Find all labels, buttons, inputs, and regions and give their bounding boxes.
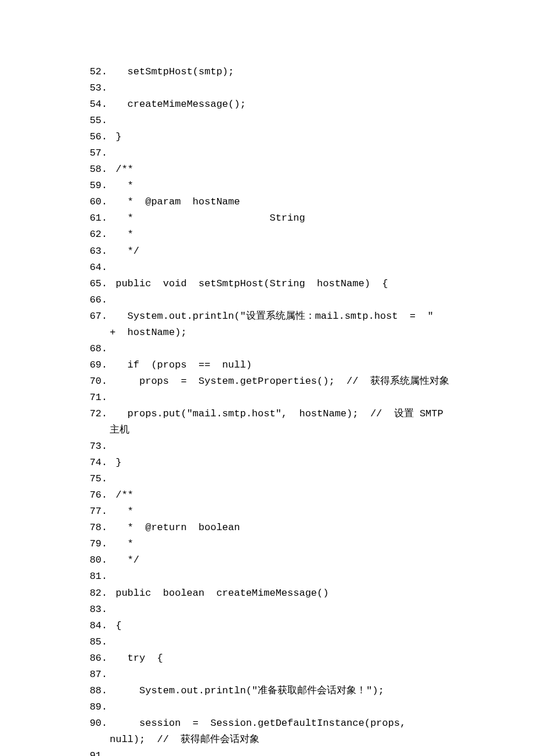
line-number: 84. — [84, 618, 110, 634]
line-number: 80. — [84, 552, 110, 568]
line-number: 52. — [84, 64, 110, 80]
line-number: 64. — [84, 260, 110, 276]
code-line: 77. * — [84, 503, 450, 520]
code-line: 86. try { — [84, 650, 450, 667]
line-content: * — [110, 536, 450, 552]
line-number: 76. — [84, 487, 110, 503]
code-line: 75. — [84, 471, 450, 487]
line-content: * String — [110, 210, 450, 226]
code-listing: 52. setSmtpHost(smtp); 53.54. createMime… — [84, 64, 450, 756]
code-line: 74. } — [84, 455, 450, 471]
code-line: 81. — [84, 568, 450, 585]
code-line: 66. — [84, 292, 450, 308]
line-number: 91. — [84, 748, 110, 756]
code-line: 59. * — [84, 178, 450, 194]
line-content: setSmtpHost(smtp); — [110, 64, 450, 80]
line-number: 87. — [84, 667, 110, 683]
line-number: 68. — [84, 341, 110, 357]
line-number: 56. — [84, 129, 110, 145]
line-content: /** — [110, 487, 450, 503]
line-number: 65. — [84, 276, 110, 292]
line-content: * — [110, 178, 450, 194]
line-number: 71. — [84, 390, 110, 406]
line-number: 82. — [84, 585, 110, 602]
line-content: public boolean createMimeMessage() — [110, 585, 450, 602]
line-number: 57. — [84, 145, 110, 161]
line-content: */ — [110, 243, 450, 260]
code-line: 76. /** — [84, 487, 450, 503]
code-line: 83. — [84, 602, 450, 618]
line-number: 69. — [84, 357, 110, 373]
line-number: 79. — [84, 536, 110, 552]
line-content: props.put("mail.smtp.host", hostName); /… — [110, 406, 450, 438]
line-number: 85. — [84, 634, 110, 650]
line-number: 78. — [84, 520, 110, 536]
line-content: } — [110, 455, 450, 471]
code-line: 89. — [84, 699, 450, 715]
line-number: 77. — [84, 503, 110, 520]
line-number: 73. — [84, 438, 110, 455]
code-line: 88. System.out.println("准备获取邮件会话对象！"); — [84, 683, 450, 699]
code-line: 55. — [84, 113, 450, 129]
line-number: 62. — [84, 226, 110, 243]
code-line: 91. — [84, 748, 450, 756]
line-number: 74. — [84, 455, 110, 471]
code-line: 64. — [84, 260, 450, 276]
line-number: 67. — [84, 308, 110, 325]
code-line: 78. * @return boolean — [84, 520, 450, 536]
line-content: System.out.println("设置系统属性：mail.smtp.hos… — [110, 308, 450, 341]
line-number: 70. — [84, 373, 110, 390]
line-number: 88. — [84, 683, 110, 699]
code-line: 87. — [84, 667, 450, 683]
line-content: * @return boolean — [110, 520, 450, 536]
line-number: 61. — [84, 210, 110, 226]
code-line: 71. — [84, 390, 450, 406]
code-line: 82. public boolean createMimeMessage() — [84, 585, 450, 602]
line-content: createMimeMessage(); — [110, 96, 450, 113]
code-line: 68. — [84, 341, 450, 357]
code-line: 67. System.out.println("设置系统属性：mail.smtp… — [84, 308, 450, 341]
code-line: 58. /** — [84, 161, 450, 178]
line-number: 86. — [84, 650, 110, 667]
line-content: session = Session.getDefaultInstance(pro… — [110, 715, 450, 748]
code-line: 85. — [84, 634, 450, 650]
line-content: * — [110, 503, 450, 520]
code-line: 69. if (props == null) — [84, 357, 450, 373]
line-number: 58. — [84, 161, 110, 178]
line-content: * @param hostName — [110, 194, 450, 210]
line-content: } — [110, 129, 450, 145]
code-line: 54. createMimeMessage(); — [84, 96, 450, 113]
line-number: 59. — [84, 178, 110, 194]
code-line: 73. — [84, 438, 450, 455]
code-line: 80. */ — [84, 552, 450, 568]
line-content: */ — [110, 552, 450, 568]
line-number: 89. — [84, 699, 110, 715]
code-line: 60. * @param hostName — [84, 194, 450, 210]
code-line: 65. public void setSmtpHost(String hostN… — [84, 276, 450, 292]
line-number: 54. — [84, 96, 110, 113]
line-content: try { — [110, 650, 450, 667]
code-line: 63. */ — [84, 243, 450, 260]
code-line: 61. * String — [84, 210, 450, 226]
line-number: 63. — [84, 243, 110, 260]
code-line: 53. — [84, 80, 450, 96]
line-content: * — [110, 226, 450, 243]
line-content: System.out.println("准备获取邮件会话对象！"); — [110, 683, 450, 699]
code-line: 79. * — [84, 536, 450, 552]
code-line: 52. setSmtpHost(smtp); — [84, 64, 450, 80]
line-number: 60. — [84, 194, 110, 210]
line-content: if (props == null) — [110, 357, 450, 373]
line-content: public void setSmtpHost(String hostName)… — [110, 276, 450, 292]
code-line: 90. session = Session.getDefaultInstance… — [84, 715, 450, 748]
code-line: 56. } — [84, 129, 450, 145]
document-page: 52. setSmtpHost(smtp); 53.54. createMime… — [0, 0, 534, 756]
line-content: /** — [110, 161, 450, 178]
line-number: 55. — [84, 113, 110, 129]
line-number: 66. — [84, 292, 110, 308]
code-line: 70. props = System.getProperties(); // 获… — [84, 373, 450, 390]
code-line: 57. — [84, 145, 450, 161]
line-number: 72. — [84, 406, 110, 422]
line-content: props = System.getProperties(); // 获得系统属… — [110, 373, 450, 390]
line-content: { — [110, 618, 450, 634]
code-line: 72. props.put("mail.smtp.host", hostName… — [84, 406, 450, 438]
